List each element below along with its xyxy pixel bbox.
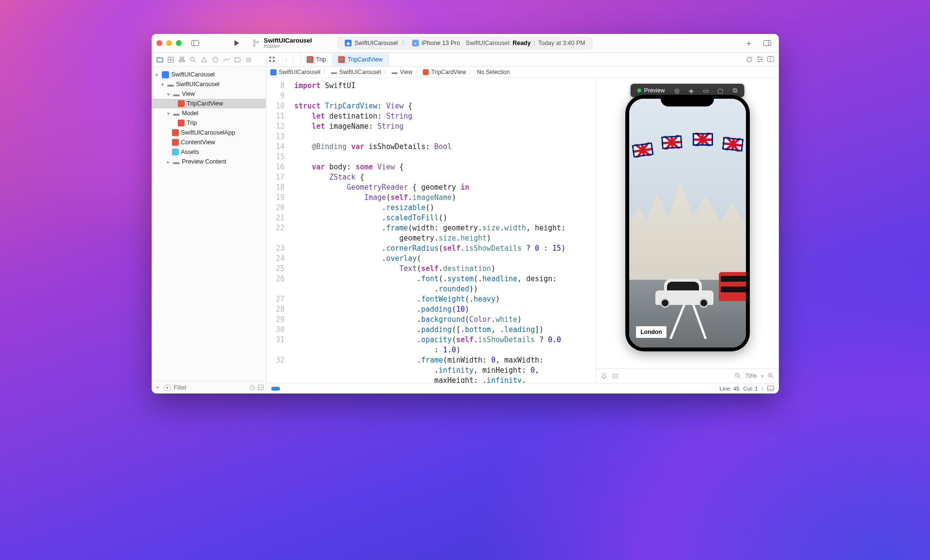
- history-nav: 〈 〉: [279, 53, 301, 66]
- branch-icon: [252, 39, 259, 47]
- tree-file-assets[interactable]: Assets: [152, 147, 266, 157]
- folder-icon: ▬: [392, 69, 398, 76]
- svg-rect-10: [180, 57, 184, 59]
- svg-point-29: [758, 57, 759, 58]
- zoom-level[interactable]: 70%: [745, 373, 757, 379]
- window-controls: [156, 40, 182, 46]
- issue-navigator-icon[interactable]: [199, 54, 210, 65]
- scheme-project-block[interactable]: SwiftUICarousel master: [252, 37, 312, 49]
- svg-point-3: [253, 45, 255, 46]
- jump-bar[interactable]: SwiftUICarousel〉 ▬SwiftUICarousel〉 ▬View…: [266, 67, 779, 78]
- editor-options-icon[interactable]: [757, 56, 763, 63]
- minimap-indicator-icon[interactable]: [271, 387, 280, 391]
- back-button[interactable]: 〈: [282, 56, 288, 64]
- add-file-icon[interactable]: ＋: [155, 383, 161, 392]
- scheme-name: SwiftUICarousel: [355, 40, 398, 46]
- zoom-out-icon[interactable]: [735, 373, 741, 379]
- red-bus-icon: [719, 272, 746, 301]
- chevron-right-icon: 〉: [402, 39, 408, 47]
- debug-navigator-icon[interactable]: [221, 54, 232, 65]
- swift-file-icon: [423, 69, 429, 75]
- tree-file-app[interactable]: SwiftUICarouselApp: [152, 128, 266, 137]
- find-navigator-icon[interactable]: [188, 54, 199, 65]
- device-icon: ▪: [412, 40, 418, 46]
- tab-trip[interactable]: 🐦 Trip: [301, 53, 332, 66]
- swift-file-icon: [172, 139, 179, 146]
- scm-filter-icon[interactable]: [258, 385, 264, 390]
- tree-file-trip[interactable]: Trip: [152, 118, 266, 128]
- pin-preview-icon[interactable]: [601, 373, 607, 379]
- zoom-window-icon[interactable]: [176, 40, 182, 46]
- build-status: SwiftUICarousel: Ready|Today at 3:40 PM: [466, 40, 586, 46]
- toggle-navigator-button[interactable]: [188, 37, 202, 49]
- folder-icon: ▬: [173, 158, 180, 166]
- source-editor[interactable]: 8910111213141516171819202122 23242526 27…: [266, 78, 596, 383]
- svg-rect-0: [191, 41, 199, 46]
- preview-mode-button[interactable]: Preview: [634, 87, 669, 94]
- project-icon: [270, 69, 277, 76]
- device-settings-icon[interactable]: ▭: [699, 85, 712, 96]
- svg-rect-22: [269, 57, 271, 59]
- svg-rect-12: [183, 61, 185, 62]
- svg-line-41: [739, 377, 741, 378]
- play-icon: [234, 40, 239, 46]
- reload-icon[interactable]: [746, 56, 753, 63]
- tab-tripcardview[interactable]: 🐦 TripCardView: [332, 53, 389, 66]
- toggle-debug-area-icon[interactable]: [767, 386, 774, 391]
- filter-input[interactable]: [174, 384, 247, 391]
- canvas-settings-icon[interactable]: [612, 373, 618, 379]
- project-navigator-icon[interactable]: [155, 54, 165, 65]
- symbol-navigator-icon[interactable]: [177, 54, 187, 65]
- selectable-mode-icon[interactable]: ◎: [670, 85, 683, 96]
- preview-canvas: Preview ◎ ◈ ▭ ▢ ⧉: [596, 78, 779, 383]
- tree-group[interactable]: ▾▬SwiftUICarousel: [152, 79, 266, 89]
- tree-file-tripcardview[interactable]: TripCardView: [152, 99, 266, 108]
- branch-name: master: [264, 44, 312, 49]
- swift-file-icon: [178, 120, 185, 126]
- close-window-icon[interactable]: [156, 40, 162, 46]
- file-tree[interactable]: ▾SwiftUICarousel ▾▬SwiftUICarousel ▾▬Vie…: [152, 67, 266, 381]
- navigator-selector: [152, 53, 266, 66]
- add-button[interactable]: ＋: [742, 37, 756, 49]
- duplicate-preview-icon[interactable]: ⧉: [728, 85, 741, 96]
- report-navigator-icon[interactable]: [244, 54, 254, 65]
- editor-area: SwiftUICarousel〉 ▬SwiftUICarousel〉 ▬View…: [266, 67, 779, 394]
- project-navigator: ▾SwiftUICarousel ▾▬SwiftUICarousel ▾▬Vie…: [152, 67, 266, 394]
- breakpoint-navigator-icon[interactable]: [232, 54, 243, 65]
- filter-scope-icon[interactable]: ▾: [164, 385, 171, 391]
- swift-file-icon: [172, 129, 179, 136]
- svg-rect-47: [767, 386, 774, 391]
- assets-icon: [172, 149, 179, 155]
- uk-flag-icon: [631, 142, 654, 158]
- svg-point-17: [190, 57, 194, 61]
- svg-line-44: [772, 377, 774, 378]
- activity-view[interactable]: ◆ SwiftUICarousel 〉 ▪ iPhone 13 Pro Swif…: [338, 37, 592, 49]
- preview-on-device-icon[interactable]: ▢: [714, 85, 727, 96]
- tree-group-preview[interactable]: ▸▬Preview Content: [152, 157, 266, 166]
- zoom-in-icon[interactable]: [768, 373, 774, 379]
- toggle-inspectors-button[interactable]: [760, 37, 774, 49]
- tree-group-view[interactable]: ▾▬View: [152, 89, 266, 99]
- minimize-window-icon[interactable]: [166, 40, 172, 46]
- recent-filter-icon[interactable]: [249, 385, 255, 391]
- forward-button[interactable]: 〉: [292, 56, 297, 64]
- xcode-project-icon: [162, 71, 169, 78]
- source-control-navigator-icon[interactable]: [166, 54, 176, 65]
- variants-icon[interactable]: ◈: [685, 85, 698, 96]
- related-items-icon[interactable]: [266, 53, 279, 66]
- cursor-col: Col: 1: [743, 386, 758, 392]
- code-content[interactable]: import SwiftUI struct TripCardView: View…: [290, 78, 596, 383]
- tree-root[interactable]: ▾SwiftUICarousel: [152, 70, 266, 79]
- editor-status-bar: Line: 45 Col: 1 |: [266, 383, 779, 394]
- tree-group-model[interactable]: ▾▬Model: [152, 108, 266, 118]
- navigator-filter-bar: ＋ ▾: [152, 381, 266, 394]
- preview-viewport[interactable]: London: [596, 78, 779, 368]
- svg-point-4: [257, 41, 259, 43]
- chevron-right-icon: 〉: [384, 68, 389, 76]
- folder-icon: ▬: [168, 81, 174, 88]
- test-navigator-icon[interactable]: [210, 54, 221, 65]
- svg-point-30: [760, 59, 762, 60]
- add-editor-icon[interactable]: [767, 56, 774, 63]
- run-button[interactable]: [230, 37, 244, 49]
- tree-file-contentview[interactable]: ContentView: [152, 137, 266, 147]
